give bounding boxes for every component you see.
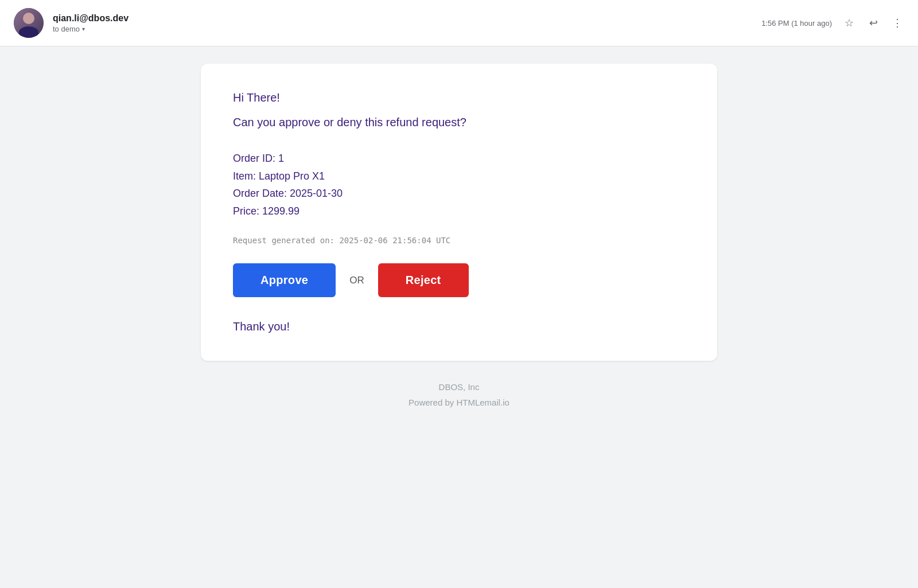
greeting-text: Hi There! <box>233 91 685 104</box>
star-icon[interactable]: ☆ <box>842 16 856 30</box>
request-generated-text: Request generated on: 2025-02-06 21:56:0… <box>233 236 685 245</box>
footer-powered-by: Powered by HTMLemail.io <box>409 395 509 410</box>
order-date: Order Date: 2025-01-30 <box>233 185 685 203</box>
price: Price: 1299.99 <box>233 203 685 220</box>
item-name: Item: Laptop Pro X1 <box>233 168 685 185</box>
reply-icon[interactable]: ↩ <box>866 16 880 30</box>
reject-button[interactable]: Reject <box>378 263 469 297</box>
email-timestamp: 1:56 PM (1 hour ago) <box>761 19 832 28</box>
sender-to: to demo ▾ <box>53 25 761 33</box>
order-details: Order ID: 1 Item: Laptop Pro X1 Order Da… <box>233 150 685 220</box>
avatar <box>14 8 44 38</box>
sender-email: qian.li@dbos.dev <box>53 13 761 24</box>
approve-button[interactable]: Approve <box>233 263 336 297</box>
more-options-icon[interactable]: ⋮ <box>890 16 904 30</box>
email-card: Hi There! Can you approve or deny this r… <box>201 64 717 361</box>
action-buttons: Approve OR Reject <box>233 263 685 297</box>
or-text: OR <box>349 275 364 286</box>
thank-you-text: Thank you! <box>233 320 685 333</box>
order-id: Order ID: 1 <box>233 150 685 168</box>
chevron-down-icon[interactable]: ▾ <box>82 26 85 32</box>
footer-company: DBOS, Inc <box>409 379 509 395</box>
email-footer: DBOS, Inc Powered by HTMLemail.io <box>409 361 509 424</box>
email-body: Hi There! Can you approve or deny this r… <box>0 46 918 588</box>
sender-avatar-image <box>14 8 44 38</box>
sender-info: qian.li@dbos.dev to demo ▾ <box>53 13 761 33</box>
to-label: to demo <box>53 25 80 33</box>
email-header: qian.li@dbos.dev to demo ▾ 1:56 PM (1 ho… <box>0 0 918 46</box>
question-text: Can you approve or deny this refund requ… <box>233 116 685 129</box>
email-actions: 1:56 PM (1 hour ago) ☆ ↩ ⋮ <box>761 16 904 30</box>
